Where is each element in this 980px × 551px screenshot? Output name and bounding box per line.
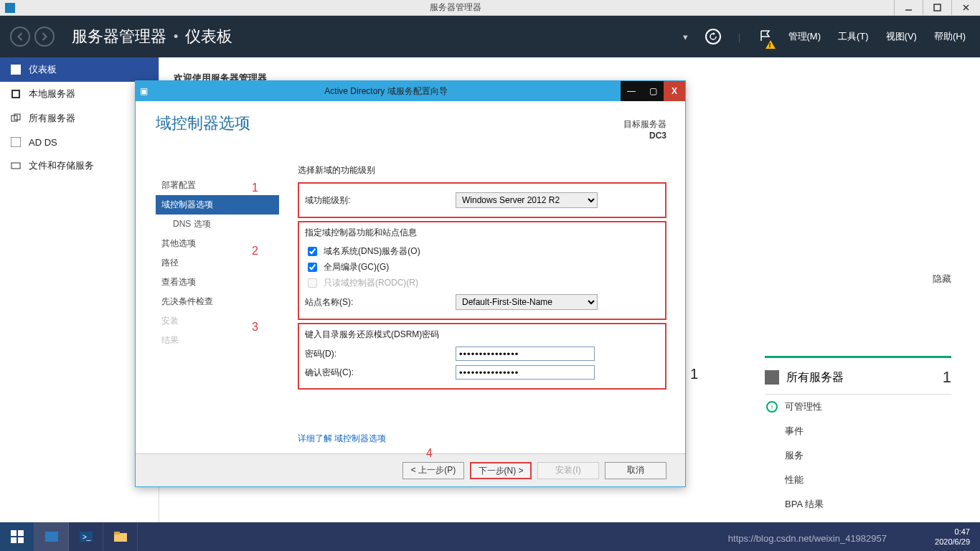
dashboard-icon (10, 64, 22, 75)
hide-link[interactable]: 隐藏 (933, 273, 951, 286)
wizard-title-text: Active Directory 域服务配置向导 (151, 85, 621, 98)
tile-count: 1 (943, 368, 951, 387)
gc-label: 全局编录(GC)(G) (324, 261, 389, 273)
site-select[interactable]: Default-First-Site-Name (456, 294, 598, 310)
svg-rect-11 (11, 530, 17, 536)
tile-row-performance[interactable]: 性能 (765, 468, 951, 492)
domain-func-label: 域功能级别: (305, 194, 456, 207)
learn-more-link[interactable]: 详细了解 域控制器选项 (298, 433, 386, 445)
menu-tools[interactable]: 工具(T) (838, 30, 869, 43)
warning-badge-icon (765, 40, 776, 49)
clock-date: 2020/6/29 (935, 537, 970, 547)
tile-row-events[interactable]: 事件 (765, 419, 951, 443)
annotation-4: 4 (426, 447, 433, 460)
sidebar-item-label: 本地服务器 (29, 88, 75, 100)
svg-rect-12 (18, 530, 24, 536)
servers-tile-icon (765, 370, 779, 385)
wizard-icon: ▣ (136, 86, 151, 96)
wizard-dialog: ▣ Active Directory 域服务配置向导 — ▢ X 域控制器选项 … (135, 80, 686, 487)
gc-checkbox[interactable] (308, 263, 317, 272)
wizard-close-button[interactable]: X (664, 81, 685, 101)
section2-title: 指定域控制器功能和站点信息 (305, 227, 659, 239)
prev-button[interactable]: < 上一步(P) (402, 462, 464, 479)
tile-all-servers: 所有服务器 1 ↑可管理性 事件 服务 性能 BPA 结果 (765, 356, 951, 517)
header-dropdown-icon[interactable]: ▾ (683, 32, 688, 42)
server-icon (10, 88, 22, 100)
servers-icon (10, 113, 22, 124)
wizard-nav-paths[interactable]: 路径 (156, 253, 279, 273)
svg-rect-14 (18, 537, 24, 543)
breadcrumb-sep: • (174, 29, 178, 44)
wizard-nav-deploy[interactable]: 部署配置 (156, 176, 279, 195)
watermark-text: https://blog.csdn.net/weixin_41982957 (728, 533, 887, 544)
tile-row-bpa[interactable]: BPA 结果 (765, 492, 951, 517)
section3-title: 键入目录服务还原模式(DSRM)密码 (305, 329, 659, 341)
taskbar-clock[interactable]: 0:47 2020/6/29 (935, 527, 980, 547)
next-button[interactable]: 下一步(N) > (470, 462, 532, 479)
tile-behind-count: 1 (690, 366, 698, 382)
wizard-maximize-button[interactable]: ▢ (642, 81, 664, 101)
breadcrumb: 服务器管理器 • 仪表板 (72, 26, 232, 47)
os-titlebar: 服务器管理器 (0, 0, 980, 16)
wizard-nav-prereq[interactable]: 先决条件检查 (156, 292, 279, 311)
taskbar-server-manager[interactable] (34, 522, 69, 551)
sidebar-item-label: 文件和存储服务 (29, 159, 94, 172)
start-button[interactable] (0, 522, 34, 551)
maximize-button[interactable] (923, 0, 951, 16)
annotation-3: 3 (252, 321, 258, 334)
dns-checkbox[interactable] (308, 247, 317, 256)
wizard-nav-dns[interactable]: DNS 选项 (156, 215, 279, 234)
site-label: 站点名称(S): (305, 296, 456, 309)
rodc-label: 只读域控制器(RODC)(R) (324, 277, 418, 289)
cancel-button[interactable]: 取消 (605, 462, 666, 479)
storage-icon (10, 160, 22, 171)
svg-rect-5 (11, 65, 21, 75)
wizard-nav-install: 安装 (156, 311, 279, 331)
wizard-nav-other[interactable]: 其他选项 (156, 234, 279, 253)
wizard-buttons: 4 < 上一步(P) 下一步(N) > 安装(I) 取消 (136, 453, 685, 486)
annotation-2: 2 (252, 245, 258, 258)
svg-rect-9 (11, 137, 21, 147)
wizard-minimize-button[interactable]: — (621, 81, 642, 101)
rodc-checkbox (308, 278, 317, 288)
header-sep: | (738, 32, 740, 42)
annotation-1: 1 (252, 182, 258, 194)
menu-help[interactable]: 帮助(H) (934, 30, 966, 43)
wizard-main: 选择新域的功能级别 域功能级别: Windows Server 2012 R2 … (279, 101, 685, 453)
svg-rect-0 (5, 3, 15, 13)
taskbar-powershell[interactable]: >_ (69, 522, 103, 551)
wizard-titlebar: ▣ Active Directory 域服务配置向导 — ▢ X (136, 81, 685, 101)
status-ok-icon: ↑ (766, 401, 778, 413)
os-title-text: 服务器管理器 (17, 1, 894, 14)
password-input[interactable] (456, 347, 595, 361)
svg-rect-13 (11, 537, 17, 543)
taskbar: >_ https://blog.csdn.net/weixin_41982957… (0, 522, 980, 551)
taskbar-explorer[interactable] (103, 522, 138, 551)
password-confirm-input[interactable] (456, 365, 595, 380)
pwd-confirm-label: 确认密码(C): (305, 367, 456, 379)
svg-rect-19 (114, 532, 120, 534)
annotation-box-3: 键入目录服务还原模式(DSRM)密码 密码(D): 确认密码(C): (298, 323, 666, 390)
sidebar-item-label: AD DS (29, 137, 57, 148)
sidebar-item-label: 所有服务器 (29, 112, 75, 125)
wizard-nav-dc-options[interactable]: 域控制器选项 (156, 195, 279, 215)
install-button: 安装(I) (537, 462, 599, 479)
menu-view[interactable]: 视图(V) (886, 30, 917, 43)
nav-forward-button[interactable] (34, 27, 55, 47)
dns-label: 域名系统(DNS)服务器(O) (324, 245, 420, 258)
nav-back-button[interactable] (10, 27, 30, 47)
tile-row-services[interactable]: 服务 (765, 443, 951, 468)
refresh-button[interactable] (705, 29, 721, 44)
domain-func-select[interactable]: Windows Server 2012 R2 (456, 192, 598, 208)
wizard-nav-review[interactable]: 查看选项 (156, 273, 279, 292)
wizard-nav-results: 结果 (156, 331, 279, 350)
tile-row-manageability[interactable]: ↑可管理性 (765, 395, 951, 419)
minimize-button[interactable] (894, 0, 923, 16)
clock-time: 0:47 (935, 527, 970, 537)
svg-rect-15 (45, 532, 58, 542)
sidebar-item-dashboard[interactable]: 仪表板 (0, 57, 159, 82)
menu-manage[interactable]: 管理(M) (788, 30, 821, 43)
notifications-flag-icon[interactable] (758, 29, 771, 44)
annotation-box-1: 域功能级别: Windows Server 2012 R2 (298, 182, 666, 218)
close-button[interactable] (951, 0, 980, 16)
